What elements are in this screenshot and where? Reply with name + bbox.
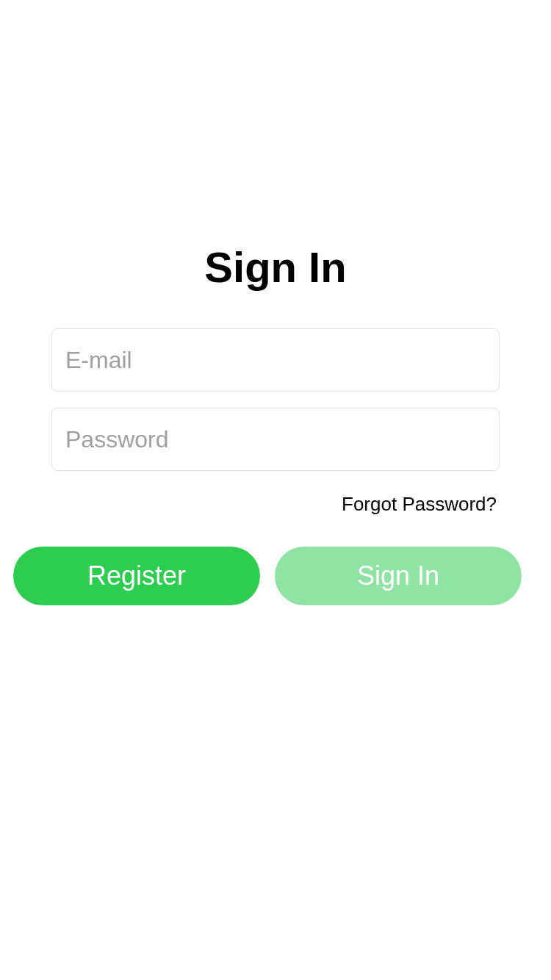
signin-screen: Sign In Forgot Password? Register Sign I… bbox=[0, 0, 551, 605]
email-field[interactable] bbox=[51, 328, 500, 392]
forgot-password-link[interactable]: Forgot Password? bbox=[51, 493, 500, 516]
password-field[interactable] bbox=[51, 408, 500, 471]
input-group: Forgot Password? bbox=[33, 328, 518, 516]
button-row: Register Sign In bbox=[13, 547, 522, 605]
signin-button[interactable]: Sign In bbox=[275, 547, 522, 605]
page-title: Sign In bbox=[33, 242, 518, 292]
register-button[interactable]: Register bbox=[13, 547, 260, 605]
